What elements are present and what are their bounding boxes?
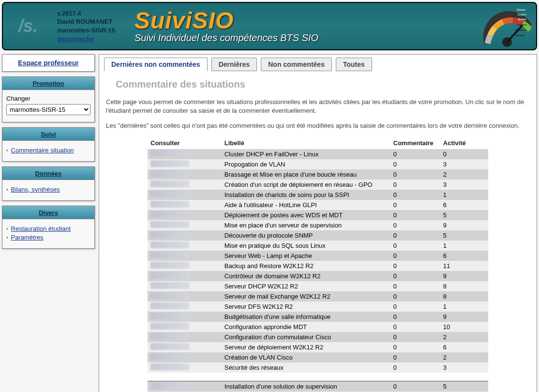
cell-libelle: Déploiement de postes avec WDS et MDT	[222, 210, 390, 220]
cell-libelle: Serveur de mail Exchange W2K12 R2	[222, 291, 390, 302]
espace-professeur-link[interactable]: Espace professeur	[18, 59, 78, 67]
donnees-head[interactable]: Données	[35, 170, 62, 177]
col-consulter: Consulter	[148, 137, 222, 149]
cell-activite: 1	[440, 190, 488, 200]
cell-activite: 3	[440, 159, 488, 169]
logout-link[interactable]: deconnecter	[57, 35, 94, 43]
cell-libelle: Serveur de déploiement W2K12 R2	[222, 342, 390, 352]
tab-dernieres-non-commentees[interactable]: Dernières non commentées	[104, 58, 208, 71]
cell-commentaire: 0	[390, 251, 440, 261]
sidebar-item-restauration[interactable]: Restauration étudiant	[11, 225, 71, 232]
cell-activite: 2	[440, 169, 488, 180]
cell-commentaire: 0	[390, 200, 440, 210]
cell-activite: 9	[440, 312, 488, 322]
cell-activite: 0	[440, 149, 488, 159]
table-row: Mise en place d'un serveur de supervisio…	[148, 220, 488, 230]
suivi-head[interactable]: Suivi	[41, 131, 56, 138]
cell-consulter[interactable]	[148, 220, 222, 230]
table-row: Création d'un script de déploiement en r…	[148, 180, 488, 190]
cell-libelle: Sécurité des réseaux	[222, 362, 390, 373]
cell-consulter[interactable]	[148, 281, 222, 291]
sidebar-suivi: Suivi Commentaire situation	[2, 127, 95, 162]
cell-activite: 8	[440, 291, 488, 302]
cell-commentaire: 0	[390, 342, 440, 352]
page-desc-2: Les "dernières" sont celles qui n'ont pa…	[106, 121, 530, 130]
cell-consulter[interactable]	[148, 362, 222, 373]
table-separator	[148, 373, 488, 381]
cell-consulter[interactable]	[148, 180, 222, 190]
user-name: David ROUMANET	[57, 17, 115, 26]
cell-commentaire: 0	[390, 261, 440, 271]
promotion-head[interactable]: Promotion	[33, 80, 64, 87]
promotion-select[interactable]: marmottes-SISR-15	[6, 104, 90, 115]
svg-text:Novice: Novice	[516, 34, 525, 37]
cell-commentaire: 0	[390, 230, 440, 241]
tab-dernieres[interactable]: Dernières	[211, 58, 257, 71]
cell-consulter[interactable]	[148, 322, 222, 332]
cell-commentaire: 0	[390, 322, 440, 332]
cell-libelle: Contrôleur de domaine W2K12 R2	[222, 271, 390, 281]
cell-consulter[interactable]	[148, 302, 222, 312]
cell-consulter[interactable]	[148, 312, 222, 322]
cell-activite: 2	[440, 352, 488, 362]
table-row: Configuration approndie MDT010	[148, 322, 488, 332]
cell-consulter[interactable]	[148, 291, 222, 302]
sidebar-divers: Divers Restauration étudiant Paramètres	[2, 206, 95, 249]
cell-activite: 5	[440, 381, 488, 392]
sidebar-promotion: Promotion Changer marmottes-SISR-15	[2, 76, 95, 122]
cell-libelle: Serveur DFS W2K12 R2	[222, 302, 390, 312]
cell-activite: 3	[440, 362, 488, 373]
cell-consulter[interactable]	[148, 210, 222, 220]
svg-text:Skilled: Skilled	[518, 18, 526, 21]
cell-consulter[interactable]	[148, 241, 222, 251]
table-row: Propogation de VLAN03	[148, 159, 488, 169]
cell-libelle: Mise en pratique du SQL sous Linux	[222, 241, 390, 251]
col-commentaire: Commentaire	[390, 137, 440, 149]
cell-consulter[interactable]	[148, 190, 222, 200]
table-row: Installation d'une solution de supervisi…	[148, 381, 488, 392]
table-row: Mise en pratique du SQL sous Linux01	[148, 241, 488, 251]
cell-commentaire: 0	[390, 352, 440, 362]
cell-consulter[interactable]	[148, 381, 222, 392]
cell-libelle: Serveur Web - Lamp et Apache	[222, 251, 390, 261]
cell-activite: 3	[440, 180, 488, 190]
cell-consulter[interactable]	[148, 352, 222, 362]
cell-consulter[interactable]	[148, 332, 222, 342]
cell-libelle: Installation d'une solution de supervisi…	[222, 381, 390, 392]
cell-commentaire: 0	[390, 241, 440, 251]
cell-consulter[interactable]	[148, 271, 222, 281]
tab-toutes[interactable]: Toutes	[336, 58, 372, 71]
tab-non-commentees[interactable]: Non commentées	[261, 58, 332, 71]
sidebar-item-commentaire-situation[interactable]: Commentaire situation	[11, 147, 74, 154]
cell-activite: 1	[440, 302, 488, 312]
cell-commentaire: 0	[390, 190, 440, 200]
table-row: Serveur de mail Exchange W2K12 R208	[148, 291, 488, 302]
cell-consulter[interactable]	[148, 230, 222, 241]
cell-activite: 6	[440, 342, 488, 352]
cell-consulter[interactable]	[148, 169, 222, 180]
cell-libelle: Backup and Restore W2K12 R2	[222, 261, 390, 271]
cell-consulter[interactable]	[148, 251, 222, 261]
col-libelle: Libellé	[222, 137, 390, 149]
promotion-label: Changer	[6, 95, 90, 102]
table-row: Serveur Web - Lamp et Apache06	[148, 251, 488, 261]
cell-libelle: Propogation de VLAN	[222, 159, 390, 169]
cell-consulter[interactable]	[148, 261, 222, 271]
cell-commentaire: 0	[390, 220, 440, 230]
sidebar-item-parametres[interactable]: Paramètres	[11, 234, 44, 241]
main-panel: Dernières non commentées Dernières Non c…	[99, 54, 537, 392]
sidebar-item-bilans[interactable]: Bilans, synthèses	[11, 186, 60, 193]
cell-consulter[interactable]	[148, 342, 222, 352]
cell-consulter[interactable]	[148, 159, 222, 169]
cell-commentaire: 0	[390, 332, 440, 342]
cell-consulter[interactable]	[148, 200, 222, 210]
divers-head[interactable]: Divers	[39, 209, 58, 216]
cell-libelle: Cluster DHCP en FailOver - Linux	[222, 149, 390, 159]
cell-commentaire: 0	[390, 362, 440, 373]
app-subtitle: Suivi Individuel des compétences BTS SIO	[135, 32, 318, 44]
cell-consulter[interactable]	[148, 149, 222, 159]
table-row: Aide à l'utilisateur - HotLine GLPI06	[148, 200, 488, 210]
situations-table: Consulter Libellé Commentaire Activité C…	[148, 137, 488, 392]
table-header-row: Consulter Libellé Commentaire Activité	[148, 137, 488, 149]
cell-commentaire: 0	[390, 291, 440, 302]
